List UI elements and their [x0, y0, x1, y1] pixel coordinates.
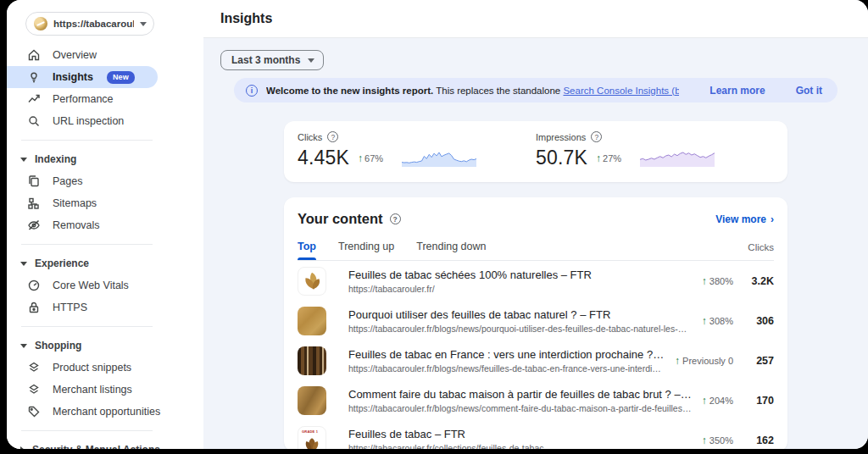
sidebar: https://tabacarouler.fr/ Overview Insigh… [7, 0, 203, 449]
lightbulb-icon [27, 70, 41, 84]
sidebar-item-label: Merchant listings [53, 384, 132, 396]
sidebar-item-overview[interactable]: Overview [7, 44, 203, 66]
banner-plain-text: This replaces the standalone [433, 86, 563, 96]
sidebar-item-insights[interactable]: Insights New [7, 66, 158, 88]
sidebar-item-label: Insights [53, 71, 93, 83]
sidebar-item-performance[interactable]: Performance [7, 88, 203, 110]
row-delta: Previously 0 [682, 356, 733, 366]
sidebar-item-pages[interactable]: Pages [7, 170, 203, 192]
up-arrow-icon: ↑ [702, 316, 707, 326]
tab-top[interactable]: Top [298, 241, 316, 260]
leaf-image [298, 427, 326, 450]
sidebar-item-label: Overview [53, 49, 97, 61]
chevron-right-icon: › [771, 213, 774, 225]
impressions-delta: 27% [603, 153, 621, 163]
got-it-button[interactable]: Got it [796, 85, 822, 97]
gauge-icon [27, 279, 41, 292]
welcome-banner: i Welcome to the new insights report. Th… [234, 78, 837, 102]
row-thumbnail: GRADE 1 [298, 426, 326, 450]
row-title: Feuilles de tabac séchées 100% naturelle… [348, 269, 692, 281]
section-label: Shopping [35, 340, 81, 352]
row-url: https://tabacarouler.fr/ [348, 284, 692, 294]
up-arrow-icon: ↑ [675, 356, 680, 366]
clicks-value: 4.45K [298, 147, 349, 169]
sidebar-item-removals[interactable]: Removals [7, 214, 203, 236]
tab-trending-down[interactable]: Trending down [416, 241, 486, 260]
up-arrow-icon: ↑ [702, 396, 707, 406]
row-title: Feuilles de tabac – FTR [348, 428, 692, 440]
performance-icon [27, 92, 41, 106]
banner-message: Welcome to the new insights report. This… [266, 86, 679, 96]
section-label: Experience [35, 257, 89, 269]
learn-more-button[interactable]: Learn more [709, 85, 765, 97]
sidebar-item-merchant-listings[interactable]: Merchant listings [7, 379, 203, 401]
banner-bold-text: Welcome to the new insights report. [266, 86, 433, 96]
row-url: https://tabacarouler.fr/blogs/news/feuil… [348, 363, 665, 374]
help-icon[interactable]: ? [327, 131, 338, 142]
tag-icon [27, 405, 41, 418]
content-row[interactable]: Feuilles de tabac séchées 100% naturelle… [298, 261, 774, 301]
row-title: Comment faire du tabac maison à partir d… [348, 388, 692, 401]
chevron-down-icon [308, 58, 314, 63]
layers-icon [27, 383, 41, 396]
main-area: Insights Last 3 months i Welcome to the … [203, 0, 868, 449]
help-icon[interactable]: ? [591, 131, 602, 142]
impressions-metric[interactable]: Impressions ? 50.7K ↑ 27% [536, 131, 774, 182]
sidebar-item-label: Removals [53, 219, 100, 231]
section-label: Indexing [35, 153, 76, 165]
sidebar-item-core-web-vitals[interactable]: Core Web Vitals [7, 274, 203, 296]
page-header: Insights [203, 0, 868, 38]
row-url: https://tabacarouler.fr/collections/feui… [348, 443, 692, 450]
sidebar-item-label: Product snippets [53, 362, 131, 374]
sidebar-item-label: URL inspection [53, 115, 124, 127]
info-icon: i [246, 85, 258, 97]
clicks-metric[interactable]: Clicks ? 4.45K ↑ 67% [298, 131, 536, 182]
row-url: https://tabacarouler.fr/blogs/news/pourq… [348, 324, 692, 334]
row-clicks-value: 170 [742, 395, 774, 407]
property-url: https://tabacarouler.fr/ [53, 19, 134, 29]
search-icon [27, 114, 41, 128]
page-title: Insights [220, 11, 272, 26]
app-window: https://tabacarouler.fr/ Overview Insigh… [7, 0, 868, 449]
section-indexing[interactable]: Indexing [7, 148, 203, 170]
eye-off-icon [27, 219, 41, 232]
sidebar-divider [21, 140, 153, 141]
home-icon [27, 48, 41, 62]
sitemap-icon [27, 197, 41, 210]
sidebar-item-sitemaps[interactable]: Sitemaps [7, 192, 203, 214]
row-clicks-value: 306 [742, 315, 774, 327]
chevron-right-icon [20, 446, 25, 449]
view-more-link[interactable]: View more › [715, 213, 774, 225]
help-icon[interactable]: ? [390, 213, 401, 224]
sidebar-item-label: Merchant opportunities [53, 406, 160, 418]
tab-trending-up[interactable]: Trending up [338, 241, 394, 260]
your-content-card: Your content ? View more › Top Trending … [284, 197, 787, 449]
row-title: Feuilles de tabac en France : vers une i… [348, 348, 665, 361]
sidebar-item-url-inspection[interactable]: URL inspection [7, 110, 203, 132]
chevron-down-icon [140, 22, 147, 26]
sidebar-item-product-snippets[interactable]: Product snippets [7, 357, 203, 379]
sidebar-item-label: HTTPS [53, 302, 87, 313]
content-row[interactable]: Feuilles de tabac en France : vers une i… [298, 340, 774, 380]
clicks-sparkline-chart [402, 150, 476, 167]
up-arrow-icon: ↑ [358, 153, 363, 163]
section-security-manual-actions[interactable]: Security & Manual Actions [7, 439, 203, 449]
date-range-filter[interactable]: Last 3 months [220, 50, 324, 70]
content-row[interactable]: GRADE 1 Feuilles de tabac – FTR https://… [298, 420, 774, 449]
row-url: https://tabacarouler.fr/blogs/news/comme… [348, 403, 692, 413]
chevron-down-icon [20, 262, 27, 266]
new-badge: New [107, 71, 135, 84]
content-row[interactable]: Pourquoi utiliser des feuilles de tabac … [298, 301, 774, 340]
section-experience[interactable]: Experience [7, 252, 203, 274]
leaf-image [298, 268, 326, 295]
content-row[interactable]: Comment faire du tabac maison à partir d… [298, 380, 774, 420]
site-favicon [34, 17, 47, 30]
sidebar-divider [21, 326, 153, 327]
insights-beta-link[interactable]: Search Console Insights (beta) [563, 86, 679, 96]
sidebar-item-https[interactable]: HTTPS [7, 296, 203, 318]
impressions-value: 50.7K [536, 147, 587, 169]
view-more-label: View more [715, 213, 766, 225]
property-selector[interactable]: https://tabacarouler.fr/ [25, 12, 154, 36]
section-shopping[interactable]: Shopping [7, 335, 203, 357]
sidebar-item-merchant-opportunities[interactable]: Merchant opportunities [7, 401, 203, 423]
